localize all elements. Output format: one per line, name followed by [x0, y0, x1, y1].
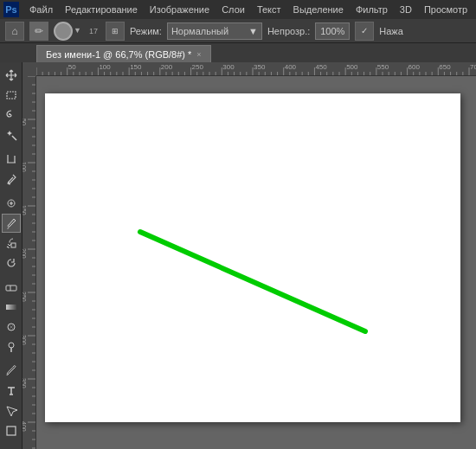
pressure-label: Нажа	[379, 26, 403, 36]
ruler-horizontal: // Ticks generated in JS below 501001502…	[36, 62, 476, 76]
mode-dropdown[interactable]: Нормальный ▼	[167, 22, 262, 40]
mode-label: Режим:	[130, 26, 162, 36]
svg-text:400: 400	[23, 421, 27, 432]
svg-text:200: 200	[23, 248, 27, 259]
svg-text:150: 150	[130, 63, 142, 71]
svg-text:500: 500	[346, 63, 358, 71]
svg-text:200: 200	[161, 63, 173, 71]
svg-line-2	[12, 136, 16, 140]
menu-text[interactable]: Текст	[252, 3, 286, 16]
menu-edit[interactable]: Редактирование	[60, 3, 143, 16]
menu-image[interactable]: Изображение	[145, 3, 215, 16]
document-canvas	[36, 76, 476, 449]
left-toolbar	[0, 62, 23, 449]
tool-pen[interactable]	[2, 362, 21, 381]
tool-history-brush[interactable]	[2, 253, 21, 273]
svg-point-1	[9, 113, 10, 115]
svg-point-3	[8, 182, 10, 183]
menu-bar: Ps Файл Редактирование Изображение Слои …	[0, 0, 476, 19]
menu-3d[interactable]: 3D	[395, 3, 417, 16]
menu-layers[interactable]: Слои	[216, 3, 250, 16]
svg-text:50: 50	[23, 119, 27, 125]
menu-file[interactable]: Файл	[24, 3, 58, 16]
tool-clone-stamp[interactable]	[2, 234, 21, 253]
svg-text:350: 350	[23, 378, 27, 388]
tool-shape[interactable]	[2, 421, 21, 440]
tool-spot-healing[interactable]	[2, 194, 21, 213]
svg-text:250: 250	[23, 292, 27, 302]
svg-text:650: 650	[439, 63, 451, 71]
tool-text[interactable]	[2, 382, 21, 401]
svg-rect-0	[7, 92, 16, 99]
canvas-area: // Ticks generated in JS below 501001502…	[23, 62, 476, 449]
home-button[interactable]: ⌂	[5, 22, 24, 41]
opacity-icon[interactable]: ✓	[355, 22, 374, 41]
tool-hand[interactable]	[2, 446, 21, 449]
menu-view[interactable]: Просмотр	[419, 3, 473, 16]
tool-eyedropper[interactable]	[2, 170, 21, 189]
tool-eraser[interactable]	[2, 278, 21, 297]
brush-mode-icon[interactable]: ⊞	[106, 22, 125, 41]
brush-size-circle[interactable]	[54, 22, 73, 41]
document-tab[interactable]: Без имени-1 @ 66,7% (RGB/8#) * ×	[36, 45, 211, 62]
svg-text:550: 550	[377, 63, 389, 71]
svg-rect-5	[6, 285, 16, 291]
brush-dropdown-arrow[interactable]: ▼	[74, 27, 81, 35]
ps-logo: Ps	[3, 2, 19, 17]
svg-text:300: 300	[23, 335, 27, 345]
svg-text:100: 100	[23, 162, 27, 172]
svg-text:100: 100	[99, 63, 111, 71]
svg-rect-6	[6, 305, 16, 310]
svg-text:400: 400	[285, 63, 297, 71]
svg-text:250: 250	[192, 63, 204, 71]
tab-label: Без имени-1 @ 66,7% (RGB/8#) *	[46, 49, 191, 60]
main-area: // Ticks generated in JS below 501001502…	[0, 62, 476, 449]
tool-brush[interactable]	[2, 214, 21, 233]
brush-size-label: 17	[87, 27, 100, 35]
tab-bar: Без имени-1 @ 66,7% (RGB/8#) * ×	[0, 43, 476, 62]
brush-options-icon[interactable]: ✏	[29, 22, 48, 41]
svg-text:450: 450	[315, 63, 327, 71]
tool-path-select[interactable]	[2, 401, 21, 420]
svg-text:300: 300	[222, 63, 235, 71]
svg-text:50: 50	[68, 63, 76, 71]
svg-text:700: 700	[470, 63, 476, 71]
tab-close-button[interactable]: ×	[196, 50, 201, 59]
opacity-label: Непрозр.:	[267, 26, 310, 36]
tool-marquee[interactable]	[2, 86, 21, 105]
svg-point-8	[9, 343, 14, 348]
svg-rect-10	[7, 427, 16, 435]
menu-select[interactable]: Выделение	[288, 3, 349, 16]
tool-blur[interactable]	[2, 318, 21, 337]
tool-gradient[interactable]	[2, 298, 21, 317]
ruler-corner	[23, 62, 36, 76]
svg-rect-4	[11, 243, 16, 247]
tool-crop[interactable]	[2, 150, 21, 169]
tool-lasso[interactable]	[2, 106, 21, 125]
opacity-value[interactable]: 100%	[315, 22, 350, 40]
tool-move[interactable]	[2, 66, 21, 85]
svg-text:600: 600	[408, 63, 421, 71]
menu-filter[interactable]: Фильтр	[351, 3, 393, 16]
tool-dodge[interactable]	[2, 337, 21, 356]
tool-magic-wand[interactable]	[2, 125, 21, 144]
ruler-vertical: 50100150200250300350400450500	[23, 76, 36, 449]
white-canvas[interactable]	[45, 93, 460, 422]
svg-text:150: 150	[23, 205, 27, 215]
options-bar: ⌂ ✏ ▼ 17 ⊞ Режим: Нормальный ▼ Непрозр.:…	[0, 19, 476, 43]
svg-text:350: 350	[254, 63, 266, 71]
